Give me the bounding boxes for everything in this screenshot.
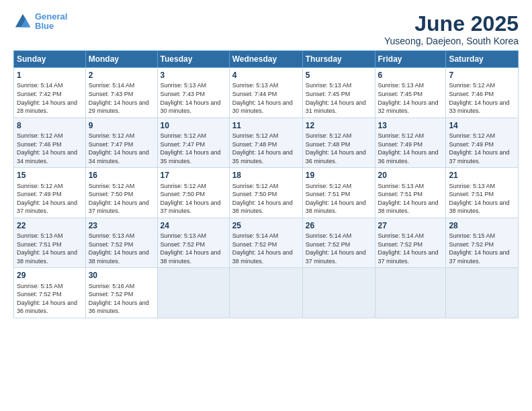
day-number: 26 — [306, 220, 372, 231]
calendar-cell: 3Sunrise: 5:13 AMSunset: 7:43 PMDaylight… — [157, 68, 229, 118]
day-number: 7 — [449, 70, 515, 81]
cell-content: Sunrise: 5:15 AMSunset: 7:52 PMDaylight:… — [449, 232, 515, 265]
day-number: 6 — [378, 70, 443, 81]
cell-content: Sunrise: 5:12 AMSunset: 7:49 PMDaylight:… — [17, 182, 83, 216]
cell-content: Sunrise: 5:15 AMSunset: 7:52 PMDaylight:… — [17, 282, 83, 316]
cell-content: Sunrise: 5:14 AMSunset: 7:52 PMDaylight:… — [306, 232, 372, 265]
cell-content: Sunrise: 5:13 AMSunset: 7:51 PMDaylight:… — [378, 182, 443, 216]
calendar-cell: 11Sunrise: 5:12 AMSunset: 7:48 PMDayligh… — [229, 118, 302, 168]
calendar-cell: 19Sunrise: 5:12 AMSunset: 7:51 PMDayligh… — [302, 168, 375, 218]
logo: General Blue — [13, 12, 67, 32]
main-title: June 2025 — [384, 12, 519, 36]
calendar-cell: 10Sunrise: 5:12 AMSunset: 7:47 PMDayligh… — [157, 118, 229, 168]
day-number: 30 — [89, 270, 154, 281]
col-header-thursday: Thursday — [302, 51, 375, 68]
cell-content: Sunrise: 5:12 AMSunset: 7:51 PMDaylight:… — [306, 182, 372, 216]
cell-content: Sunrise: 5:12 AMSunset: 7:50 PMDaylight:… — [89, 182, 154, 216]
day-number: 15 — [17, 170, 83, 181]
calendar-cell: 23Sunrise: 5:13 AMSunset: 7:52 PMDayligh… — [85, 218, 157, 268]
cell-content: Sunrise: 5:14 AMSunset: 7:43 PMDaylight:… — [89, 81, 154, 115]
cell-content: Sunrise: 5:12 AMSunset: 7:46 PMDaylight:… — [449, 81, 515, 115]
calendar-cell: 24Sunrise: 5:13 AMSunset: 7:52 PMDayligh… — [157, 218, 229, 268]
day-number: 21 — [449, 170, 515, 181]
calendar-cell: 27Sunrise: 5:14 AMSunset: 7:52 PMDayligh… — [375, 218, 446, 268]
calendar-cell: 26Sunrise: 5:14 AMSunset: 7:52 PMDayligh… — [302, 218, 375, 268]
calendar-cell: 14Sunrise: 5:12 AMSunset: 7:49 PMDayligh… — [446, 118, 519, 168]
cell-content: Sunrise: 5:12 AMSunset: 7:48 PMDaylight:… — [306, 132, 372, 165]
calendar-cell: 17Sunrise: 5:12 AMSunset: 7:50 PMDayligh… — [157, 168, 229, 218]
calendar-cell: 30Sunrise: 5:16 AMSunset: 7:52 PMDayligh… — [85, 268, 157, 318]
calendar-cell: 21Sunrise: 5:13 AMSunset: 7:51 PMDayligh… — [446, 168, 519, 218]
col-header-wednesday: Wednesday — [229, 51, 302, 68]
day-number: 10 — [161, 120, 226, 131]
page: General Blue June 2025 Yuseong, Daejeon,… — [0, 0, 532, 325]
day-number: 3 — [161, 70, 226, 81]
logo-icon — [13, 12, 32, 31]
day-number: 11 — [232, 120, 300, 131]
cell-content: Sunrise: 5:12 AMSunset: 7:49 PMDaylight:… — [378, 132, 443, 165]
week-row-3: 22Sunrise: 5:13 AMSunset: 7:51 PMDayligh… — [14, 218, 519, 268]
day-number: 2 — [89, 70, 154, 81]
day-number: 16 — [89, 170, 154, 181]
calendar-cell — [375, 268, 446, 318]
calendar-cell: 5Sunrise: 5:13 AMSunset: 7:45 PMDaylight… — [302, 68, 375, 118]
cell-content: Sunrise: 5:14 AMSunset: 7:52 PMDaylight:… — [232, 232, 300, 265]
calendar-cell: 28Sunrise: 5:15 AMSunset: 7:52 PMDayligh… — [446, 218, 519, 268]
calendar-cell: 1Sunrise: 5:14 AMSunset: 7:42 PMDaylight… — [14, 68, 86, 118]
calendar-cell: 25Sunrise: 5:14 AMSunset: 7:52 PMDayligh… — [229, 218, 302, 268]
cell-content: Sunrise: 5:12 AMSunset: 7:49 PMDaylight:… — [449, 132, 515, 165]
cell-content: Sunrise: 5:16 AMSunset: 7:52 PMDaylight:… — [89, 282, 154, 316]
calendar-table: SundayMondayTuesdayWednesdayThursdayFrid… — [13, 50, 519, 318]
day-number: 18 — [232, 170, 300, 181]
day-number: 17 — [161, 170, 226, 181]
day-number: 9 — [89, 120, 154, 131]
cell-content: Sunrise: 5:13 AMSunset: 7:51 PMDaylight:… — [449, 182, 515, 216]
day-number: 27 — [378, 220, 443, 231]
subtitle: Yuseong, Daejeon, South Korea — [384, 36, 519, 46]
cell-content: Sunrise: 5:13 AMSunset: 7:45 PMDaylight:… — [378, 81, 443, 115]
calendar-cell: 8Sunrise: 5:12 AMSunset: 7:46 PMDaylight… — [14, 118, 86, 168]
calendar-cell: 22Sunrise: 5:13 AMSunset: 7:51 PMDayligh… — [14, 218, 86, 268]
header-row: General Blue June 2025 Yuseong, Daejeon,… — [13, 12, 519, 46]
cell-content: Sunrise: 5:13 AMSunset: 7:52 PMDaylight:… — [89, 232, 154, 265]
calendar-cell — [302, 268, 375, 318]
day-number: 22 — [17, 220, 83, 231]
day-number: 24 — [161, 220, 226, 231]
cell-content: Sunrise: 5:14 AMSunset: 7:52 PMDaylight:… — [378, 232, 443, 265]
day-number: 8 — [17, 120, 83, 131]
cell-content: Sunrise: 5:12 AMSunset: 7:50 PMDaylight:… — [232, 182, 300, 216]
day-number: 5 — [306, 70, 372, 81]
week-row-4: 29Sunrise: 5:15 AMSunset: 7:52 PMDayligh… — [14, 268, 519, 318]
day-number: 13 — [378, 120, 443, 131]
day-number: 29 — [17, 270, 83, 281]
logo-general: General — [35, 11, 67, 21]
col-header-saturday: Saturday — [446, 51, 519, 68]
cell-content: Sunrise: 5:12 AMSunset: 7:47 PMDaylight:… — [161, 132, 226, 165]
day-number: 19 — [306, 170, 372, 181]
calendar-cell: 9Sunrise: 5:12 AMSunset: 7:47 PMDaylight… — [85, 118, 157, 168]
calendar-cell: 13Sunrise: 5:12 AMSunset: 7:49 PMDayligh… — [375, 118, 446, 168]
calendar-cell — [157, 268, 229, 318]
day-number: 28 — [449, 220, 515, 231]
calendar-cell: 29Sunrise: 5:15 AMSunset: 7:52 PMDayligh… — [14, 268, 86, 318]
day-number: 14 — [449, 120, 515, 131]
cell-content: Sunrise: 5:12 AMSunset: 7:48 PMDaylight:… — [232, 132, 300, 165]
calendar-cell: 15Sunrise: 5:12 AMSunset: 7:49 PMDayligh… — [14, 168, 86, 218]
cell-content: Sunrise: 5:13 AMSunset: 7:45 PMDaylight:… — [306, 81, 372, 115]
header-row-days: SundayMondayTuesdayWednesdayThursdayFrid… — [14, 51, 519, 68]
calendar-cell — [229, 268, 302, 318]
cell-content: Sunrise: 5:13 AMSunset: 7:44 PMDaylight:… — [232, 81, 300, 115]
day-number: 12 — [306, 120, 372, 131]
title-block: June 2025 Yuseong, Daejeon, South Korea — [384, 12, 519, 46]
day-number: 1 — [17, 70, 83, 81]
week-row-2: 15Sunrise: 5:12 AMSunset: 7:49 PMDayligh… — [14, 168, 519, 218]
col-header-monday: Monday — [85, 51, 157, 68]
cell-content: Sunrise: 5:12 AMSunset: 7:47 PMDaylight:… — [89, 132, 154, 165]
calendar-cell: 16Sunrise: 5:12 AMSunset: 7:50 PMDayligh… — [85, 168, 157, 218]
col-header-tuesday: Tuesday — [157, 51, 229, 68]
calendar-cell: 7Sunrise: 5:12 AMSunset: 7:46 PMDaylight… — [446, 68, 519, 118]
calendar-cell: 6Sunrise: 5:13 AMSunset: 7:45 PMDaylight… — [375, 68, 446, 118]
col-header-sunday: Sunday — [14, 51, 86, 68]
day-number: 25 — [232, 220, 300, 231]
day-number: 20 — [378, 170, 443, 181]
